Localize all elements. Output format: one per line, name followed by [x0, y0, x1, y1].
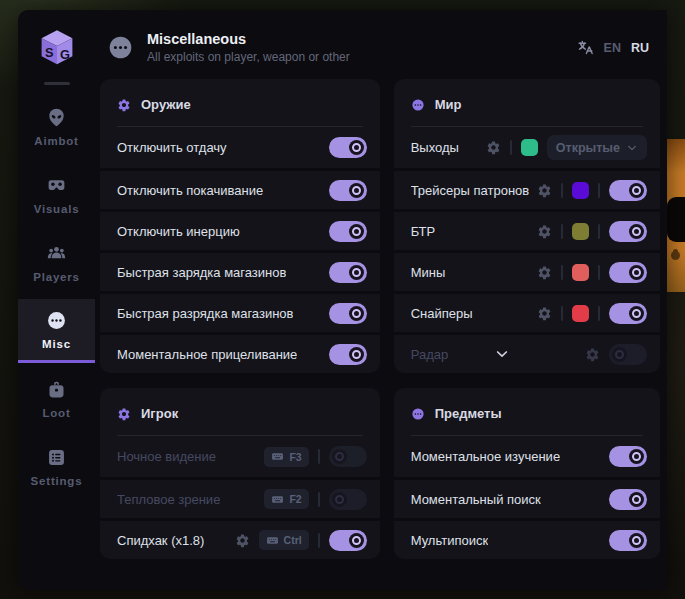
row-label: Отключить покачивание	[117, 183, 263, 198]
sidebar-item-label: Settings	[31, 475, 83, 487]
keybind-badge[interactable]: Ctrl	[259, 530, 309, 550]
feature-row-snipers: Снайперы	[394, 291, 660, 332]
row-label: Моментальное прицеливание	[117, 347, 297, 362]
divider	[561, 265, 563, 280]
toggle-switch[interactable]	[609, 446, 647, 467]
row-label: Мины	[411, 265, 446, 280]
row-label: БТР	[411, 224, 436, 239]
lang-ru-button[interactable]: RU	[631, 41, 649, 55]
toggle-switch[interactable]	[329, 137, 367, 158]
main-panel: Miscellaneous All exploits on player, we…	[95, 10, 667, 590]
row-label: Мультипоиск	[411, 533, 488, 548]
toggle-switch[interactable]	[609, 262, 647, 283]
feature-row-instant-research: Моментальное изучение	[394, 436, 660, 477]
divider	[598, 306, 600, 321]
alien-icon	[46, 107, 67, 128]
ellipsis-circle-icon	[411, 98, 425, 112]
toggle-switch[interactable]	[329, 489, 367, 510]
sidebar-item-players[interactable]: Players	[18, 231, 95, 295]
row-label: Моментальное изучение	[411, 449, 560, 464]
toggle-knob	[349, 347, 364, 362]
vr-goggles-icon	[46, 175, 67, 196]
sidebar-item-label: Visuals	[34, 203, 80, 215]
keybind-badge[interactable]: F2	[264, 489, 308, 509]
keybind-badge[interactable]: F3	[264, 447, 308, 467]
gear-icon[interactable]	[537, 224, 552, 239]
feature-row-btr: БТР	[394, 209, 660, 250]
section-card-world: Мир Выходы Открытые Трейсеры патроно	[394, 79, 660, 373]
divider	[598, 183, 600, 198]
sidebar-item-misc[interactable]: Misc	[18, 299, 95, 363]
toggle-switch[interactable]	[329, 530, 367, 551]
lang-en-button[interactable]: EN	[604, 41, 621, 55]
sidebar-item-settings[interactable]: Settings	[18, 435, 95, 499]
toggle-switch[interactable]	[609, 344, 647, 365]
row-label: Отключить отдачу	[117, 140, 227, 155]
toggle-knob	[332, 492, 347, 507]
toggle-switch[interactable]	[329, 303, 367, 324]
row-label: Выходы	[411, 140, 459, 155]
divider	[318, 449, 320, 464]
gear-icon[interactable]	[537, 183, 552, 198]
row-label: Моментальный поиск	[411, 492, 541, 507]
ellipsis-circle-icon	[411, 407, 425, 421]
toggle-switch[interactable]	[329, 446, 367, 467]
toggle-switch[interactable]	[329, 262, 367, 283]
gear-icon[interactable]	[486, 140, 501, 155]
exits-dropdown[interactable]: Открытые	[547, 135, 647, 160]
toggle-knob	[629, 183, 644, 198]
feature-row-instant-aim: Моментальное прицеливание	[100, 332, 380, 373]
gear-icon	[117, 98, 131, 112]
sidebar-item-label: Misc	[42, 338, 71, 350]
section-header: Мир	[394, 79, 660, 115]
keyboard-icon	[266, 534, 279, 547]
toggle-switch[interactable]	[609, 180, 647, 201]
feature-row-no-sway: Отключить покачивание	[100, 168, 380, 209]
row-label: Тепловое зрение	[117, 492, 220, 507]
briefcase-icon	[46, 379, 67, 400]
color-swatch[interactable]	[572, 182, 589, 199]
feature-row-multisearch: Мультипоиск	[394, 518, 660, 559]
toggle-switch[interactable]	[329, 221, 367, 242]
toggle-knob	[612, 347, 627, 362]
divider	[561, 183, 563, 198]
section-card-weapon: Оружие Отключить отдачу Отключить покачи…	[100, 79, 380, 373]
toggle-knob	[332, 449, 347, 464]
section-header: Игрок	[100, 388, 380, 424]
sidebar-item-visuals[interactable]: Visuals	[18, 163, 95, 227]
toggle-switch[interactable]	[329, 344, 367, 365]
gear-icon[interactable]	[537, 265, 552, 280]
toggle-knob	[349, 533, 364, 548]
toggle-switch[interactable]	[609, 530, 647, 551]
content-columns: Оружие Отключить отдачу Отключить покачи…	[95, 79, 667, 559]
section-title: Оружие	[141, 97, 191, 112]
color-swatch[interactable]	[521, 139, 538, 156]
toggle-switch[interactable]	[329, 180, 367, 201]
section-title: Мир	[435, 97, 462, 112]
color-swatch[interactable]	[572, 264, 589, 281]
toggle-switch[interactable]	[609, 221, 647, 242]
sidebar-item-loot[interactable]: Loot	[18, 367, 95, 431]
feature-row-bullet-tracers: Трейсеры патронов	[394, 168, 660, 209]
keyboard-icon	[271, 493, 284, 506]
keybind-label: F3	[289, 451, 301, 463]
toggle-knob	[629, 449, 644, 464]
color-swatch[interactable]	[572, 223, 589, 240]
section-card-items: Предметы Моментальное изучение Моменталь…	[394, 388, 660, 559]
divider	[561, 306, 563, 321]
gear-icon[interactable]	[235, 533, 250, 548]
dropdown-value: Открытые	[556, 141, 620, 155]
section-header: Предметы	[394, 388, 660, 424]
toggle-switch[interactable]	[609, 489, 647, 510]
page-header: Miscellaneous All exploits on player, we…	[95, 10, 667, 79]
toggle-knob	[629, 492, 644, 507]
gear-icon[interactable]	[537, 306, 552, 321]
keybind-label: Ctrl	[284, 534, 302, 546]
section-title: Игрок	[141, 406, 178, 421]
color-swatch[interactable]	[572, 305, 589, 322]
gear-icon[interactable]	[585, 347, 600, 362]
toggle-switch[interactable]	[609, 303, 647, 324]
sidebar-item-aimbot[interactable]: Aimbot	[18, 95, 95, 159]
chevron-down-icon[interactable]	[494, 346, 540, 362]
toggle-knob	[629, 533, 644, 548]
